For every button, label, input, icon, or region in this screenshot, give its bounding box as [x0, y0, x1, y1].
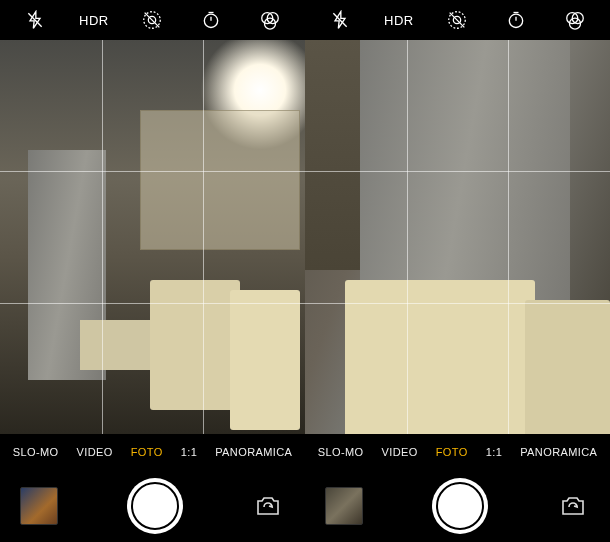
mode-panoramica[interactable]: PANORAMICA: [520, 446, 597, 458]
viewfinder[interactable]: [0, 40, 305, 434]
timer-icon: [506, 10, 526, 30]
grid-line: [203, 40, 204, 434]
mode-slomo[interactable]: SLO-MO: [318, 446, 364, 458]
bottom-controls: [0, 470, 305, 542]
mode-slomo[interactable]: SLO-MO: [13, 446, 59, 458]
switch-camera-icon: [254, 494, 282, 518]
viewfinder[interactable]: [305, 40, 610, 434]
switch-camera-button[interactable]: [251, 489, 285, 523]
svg-line-11: [450, 13, 465, 28]
grid-line: [305, 171, 610, 172]
last-photo-thumbnail[interactable]: [325, 487, 363, 525]
filters-icon: [564, 9, 586, 31]
flash-toggle[interactable]: [311, 0, 370, 40]
mode-panoramica[interactable]: PANORAMICA: [215, 446, 292, 458]
timer-icon: [201, 10, 221, 30]
hdr-toggle[interactable]: HDR: [370, 0, 429, 40]
hdr-label: HDR: [79, 13, 109, 28]
flash-auto-off-icon: [330, 10, 350, 30]
mode-selector[interactable]: SLO-MO VIDEO FOTO 1:1 PANORAMICA: [305, 434, 610, 470]
grid-line: [0, 171, 305, 172]
mode-video[interactable]: VIDEO: [381, 446, 417, 458]
switch-camera-button[interactable]: [556, 489, 590, 523]
switch-camera-icon: [559, 494, 587, 518]
mode-selector[interactable]: SLO-MO VIDEO FOTO 1:1 PANORAMICA: [0, 434, 305, 470]
top-controls: HDR: [305, 0, 610, 40]
scene-preview: [0, 40, 305, 434]
hdr-toggle[interactable]: HDR: [65, 0, 124, 40]
top-controls: HDR: [0, 0, 305, 40]
timer-toggle[interactable]: [182, 0, 241, 40]
camera-screen-right: HDR: [305, 0, 610, 542]
filters-toggle[interactable]: [545, 0, 604, 40]
mode-foto[interactable]: FOTO: [131, 446, 163, 458]
scene-preview: [305, 40, 610, 434]
live-photo-toggle[interactable]: [123, 0, 182, 40]
mode-square[interactable]: 1:1: [181, 446, 198, 458]
bottom-controls: [305, 470, 610, 542]
flash-auto-off-icon: [25, 10, 45, 30]
mode-foto[interactable]: FOTO: [436, 446, 468, 458]
live-photo-toggle[interactable]: [428, 0, 487, 40]
last-photo-thumbnail[interactable]: [20, 487, 58, 525]
grid-line: [0, 303, 305, 304]
timer-toggle[interactable]: [487, 0, 546, 40]
mode-video[interactable]: VIDEO: [76, 446, 112, 458]
filters-icon: [259, 9, 281, 31]
camera-screen-left: HDR: [0, 0, 305, 542]
grid-line: [407, 40, 408, 434]
grid-line: [102, 40, 103, 434]
grid-line: [508, 40, 509, 434]
shutter-button[interactable]: [127, 478, 183, 534]
live-photo-off-icon: [446, 9, 468, 31]
filters-toggle[interactable]: [240, 0, 299, 40]
hdr-label: HDR: [384, 13, 414, 28]
shutter-button[interactable]: [432, 478, 488, 534]
grid-line: [305, 303, 610, 304]
live-photo-off-icon: [141, 9, 163, 31]
svg-line-3: [145, 13, 160, 28]
mode-square[interactable]: 1:1: [486, 446, 503, 458]
flash-toggle[interactable]: [6, 0, 65, 40]
